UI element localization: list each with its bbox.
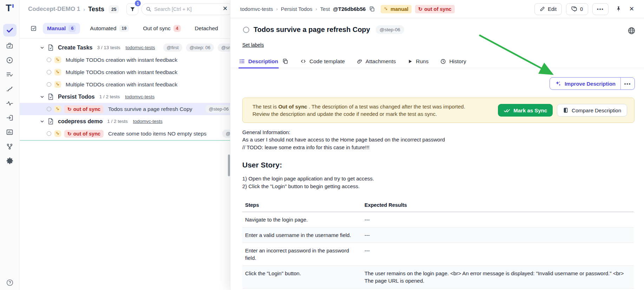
filter-tabs: Manual 6 Automated 19 Out of sync 4 Deta… (20, 18, 230, 39)
search-icon (146, 6, 151, 12)
tests-count-badge: 25 (109, 5, 119, 13)
tab-description[interactable]: Description (239, 55, 278, 68)
tab-code-template[interactable]: Code template (300, 55, 345, 68)
breadcrumb-project[interactable]: Codecept-DEMO 1 (28, 6, 80, 13)
general-information: General Information: As a user I should … (242, 128, 634, 151)
chevron-down-icon[interactable] (40, 45, 45, 50)
drawer-actions: Edit 0 ••• ✕ (534, 3, 634, 15)
test-title[interactable]: Create some todo items NO empty steps (108, 131, 206, 137)
chevron-down-icon[interactable] (40, 119, 45, 124)
test-row[interactable]: ↻out of sync Create some todo items NO e… (20, 127, 230, 140)
nav-settings[interactable] (4, 156, 16, 166)
drawer-breadcrumb: todomvc-tests › Persist Todos › Test @T2… (240, 6, 366, 12)
copy-description-icon[interactable] (282, 58, 288, 64)
suite-source-link[interactable]: todomvc-tests (125, 94, 155, 99)
suite-row-codepress-demo[interactable]: codepress demo 1 / 2 tests todomvc-tests (20, 115, 230, 127)
nav-test-plans[interactable] (4, 40, 16, 51)
select-all-icon[interactable] (30, 25, 37, 32)
chevron-down-icon[interactable] (40, 94, 45, 99)
nav-pulse[interactable] (4, 98, 16, 108)
pin-icon[interactable] (616, 6, 622, 12)
nav-steps[interactable] (4, 84, 16, 94)
compare-description-button[interactable]: Compare Description (557, 104, 627, 117)
nav-help[interactable] (0, 279, 20, 286)
tab-manual-count: 6 (68, 25, 76, 32)
out-of-sync-label: out of sync (73, 131, 100, 137)
test-row-selected[interactable]: ↻out of sync Todos survive a page refres… (20, 103, 230, 115)
user-story-heading: User Story: (242, 161, 634, 169)
manual-cursor-icon (384, 7, 388, 11)
suite-name[interactable]: codepress demo (58, 118, 103, 125)
suite-row-persist-todos[interactable]: Persist Todos 1 / 2 tests todomvc-tests (20, 91, 230, 103)
user-story-intro: 1) Open the login page application and t… (242, 175, 634, 191)
copy-test-id-icon[interactable] (369, 6, 375, 12)
tab-automated-count: 19 (119, 25, 129, 32)
close-icon[interactable]: ✕ (629, 5, 634, 13)
drawer-scrollbar-thumb[interactable] (228, 154, 230, 176)
search-clear-icon[interactable]: ✕ (221, 4, 229, 13)
nav-import[interactable] (4, 112, 16, 123)
edit-button[interactable]: Edit (534, 3, 562, 15)
expected-cell: The user remains on the login page. <br>… (362, 265, 634, 288)
improve-more-button[interactable]: ••• (620, 78, 635, 90)
mark-as-sync-button[interactable]: Mark as Sync (498, 104, 553, 117)
nav-tests[interactable] (3, 24, 17, 37)
set-labels-link[interactable]: Set labels (242, 42, 264, 48)
test-row[interactable]: Multiple TODOs creation with instant fee… (20, 78, 230, 91)
test-row[interactable]: Multiple TODOs creation with instant fee… (20, 66, 230, 78)
nav-runs[interactable] (4, 55, 16, 65)
breadcrumb-test-label: Test (320, 6, 330, 12)
app-logo[interactable]: T (6, 4, 14, 14)
nav-analytics[interactable] (4, 127, 16, 137)
nav-checklists[interactable] (4, 69, 16, 80)
history-clock-icon (440, 59, 446, 64)
tab-runs[interactable]: Runs (408, 55, 428, 68)
tab-detached[interactable]: Detached (191, 23, 222, 34)
tab-manual[interactable]: Manual 6 (43, 23, 80, 34)
test-status-circle (47, 131, 51, 136)
nav-branches[interactable] (4, 141, 16, 152)
drop-indicator (20, 140, 230, 141)
comments-button[interactable]: 0 (566, 3, 588, 15)
test-status-circle (47, 82, 51, 87)
suite-source-link[interactable]: todomvc-tests (125, 45, 155, 50)
test-title[interactable]: Multiple TODOs creation with instant fee… (66, 81, 177, 88)
suite-name[interactable]: Create Tasks (58, 45, 92, 51)
table-row: Enter an incorrect password in the passw… (242, 243, 634, 265)
test-title[interactable]: Multiple TODOs creation with instant fee… (66, 69, 177, 75)
suite-progress: 1 / 2 tests (107, 119, 128, 124)
tab-out-of-sync[interactable]: Out of sync 4 (139, 23, 185, 34)
more-actions-button[interactable]: ••• (592, 3, 609, 15)
manual-test-icon (54, 130, 61, 137)
suite-name[interactable]: Persist Todos (58, 94, 95, 100)
tab-runs-label: Runs (416, 58, 428, 65)
test-title[interactable]: Multiple TODOs creation with instant fee… (66, 57, 177, 63)
sync-icon: ↻ (67, 106, 72, 112)
manual-test-icon (54, 57, 61, 63)
tab-history[interactable]: History (440, 55, 466, 68)
tab-out-of-sync-count: 4 (173, 25, 181, 32)
manual-status-label: manual (390, 6, 408, 12)
test-row[interactable]: Multiple TODOs creation with instant fee… (20, 54, 230, 66)
breadcrumb-suite-link[interactable]: Persist Todos (281, 6, 313, 12)
suite-row-create-tasks[interactable]: Create Tasks 3 / 13 tests todomvc-tests … (20, 41, 230, 54)
breadcrumb-suite-link[interactable]: todomvc-tests (240, 6, 273, 12)
suite-source-link[interactable]: todomvc-tests (133, 119, 163, 124)
search-input[interactable] (154, 6, 229, 12)
tab-automated[interactable]: Automated 19 (86, 23, 133, 34)
help-icon (6, 279, 14, 286)
double-check-icon (504, 107, 510, 114)
expected-cell: --- (362, 243, 634, 265)
tag-badge: @first (163, 44, 182, 52)
improve-description-button[interactable]: Improve Description (550, 78, 620, 90)
test-title[interactable]: Todos survive a page refresh Copy (108, 106, 192, 112)
test-status-circle[interactable] (243, 27, 249, 33)
play-icon (408, 59, 413, 64)
tab-history-label: History (449, 58, 466, 65)
tab-attachments[interactable]: Attachments (357, 55, 396, 68)
step-cell: Enter an incorrect password in the passw… (242, 243, 362, 265)
tag-badge: @step: 06 (186, 44, 214, 52)
branch-icon (6, 143, 13, 150)
breadcrumb-separator: › (315, 6, 317, 12)
globe-avatar-icon[interactable] (627, 27, 636, 35)
